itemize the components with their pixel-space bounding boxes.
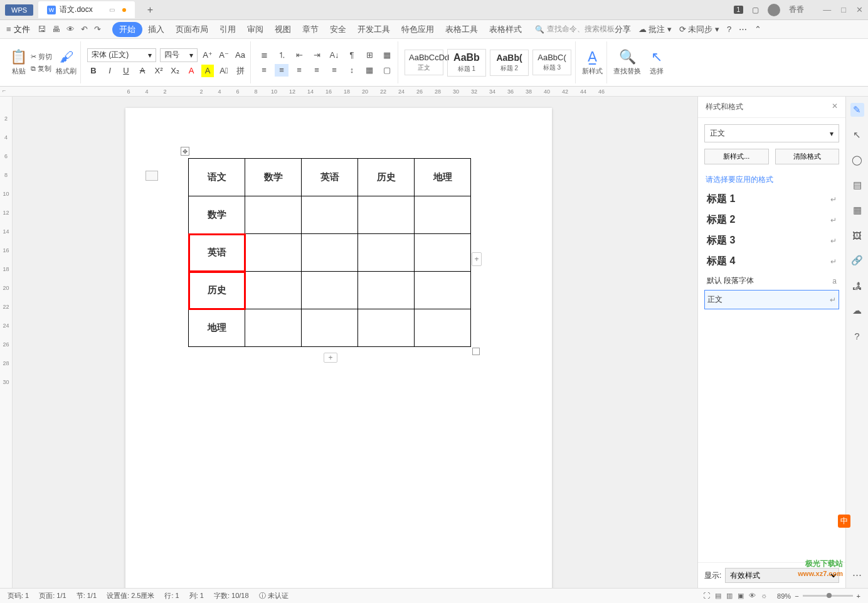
table-cell[interactable] bbox=[302, 234, 358, 272]
status-row[interactable]: 行: 1 bbox=[164, 591, 179, 600]
font-name-select[interactable]: 宋体 (正文)▾ bbox=[87, 48, 156, 62]
tabs-button[interactable]: ⊞ bbox=[363, 49, 376, 61]
ruler-vertical[interactable]: 24681012141618202224262830 bbox=[0, 97, 13, 588]
page[interactable]: ✥ 语文 数学 英语 历史 地理 数学 英语 bbox=[125, 108, 552, 588]
table-cell[interactable]: 地理 bbox=[415, 159, 471, 196]
show-marks-button[interactable]: ¶ bbox=[345, 49, 359, 61]
minimize-icon[interactable]: — bbox=[823, 5, 831, 14]
print-icon[interactable]: 🖶 bbox=[52, 24, 60, 34]
status-cert[interactable]: ⓘ 未认证 bbox=[259, 591, 288, 600]
table-add-row[interactable]: + bbox=[324, 353, 337, 363]
cloud-tool-icon[interactable]: ☁ bbox=[850, 304, 864, 318]
table-cell[interactable] bbox=[302, 309, 358, 347]
table-cell[interactable] bbox=[245, 234, 302, 272]
table-cell[interactable] bbox=[358, 196, 415, 234]
close-icon[interactable]: ✕ bbox=[856, 5, 863, 14]
char-border-button[interactable]: A⃞ bbox=[218, 65, 230, 77]
tab-mini-icon[interactable]: ▭ bbox=[109, 6, 115, 13]
align-center-button[interactable]: ≡ bbox=[275, 64, 288, 77]
table-cell[interactable] bbox=[358, 309, 415, 347]
strike-button[interactable]: A bbox=[136, 65, 149, 77]
find-replace-button[interactable]: 🔍查找替换 bbox=[613, 49, 641, 76]
app-logo[interactable]: WPS bbox=[5, 4, 33, 16]
link-tool-icon[interactable]: 🔗 bbox=[850, 253, 864, 267]
highlight-button[interactable]: A bbox=[201, 65, 214, 77]
bold-button[interactable]: B bbox=[87, 65, 100, 77]
table-row[interactable]: 历史 bbox=[189, 272, 471, 309]
current-style-select[interactable]: 正文▾ bbox=[704, 124, 839, 142]
table-cell[interactable] bbox=[245, 272, 302, 309]
table-tool-icon[interactable]: ▦ bbox=[850, 203, 864, 217]
ime-badge[interactable]: 中 bbox=[838, 515, 850, 528]
border-button[interactable]: ▢ bbox=[380, 64, 394, 77]
new-style-btn[interactable]: 新样式... bbox=[704, 149, 769, 164]
table-cell[interactable] bbox=[358, 272, 415, 309]
tab-view[interactable]: 视图 bbox=[269, 21, 297, 38]
status-page[interactable]: 页面: 1/1 bbox=[39, 591, 66, 600]
status-col[interactable]: 列: 1 bbox=[189, 591, 204, 600]
tab-special[interactable]: 特色应用 bbox=[396, 21, 440, 38]
line-spacing-button[interactable]: ↕ bbox=[345, 64, 359, 77]
table-cell[interactable] bbox=[415, 196, 471, 234]
style-item-body[interactable]: 正文↵ bbox=[704, 290, 839, 309]
document-viewport[interactable]: ✥ 语文 数学 英语 历史 地理 数学 英语 bbox=[13, 97, 697, 588]
ruler-horizontal[interactable]: ⌐ 64224681012141618202224262830323436384… bbox=[0, 87, 868, 97]
phonetic-button[interactable]: 拼 bbox=[234, 65, 246, 77]
tab-developer[interactable]: 开发工具 bbox=[352, 21, 396, 38]
menu-icon[interactable]: ≡ bbox=[6, 24, 11, 34]
justify-button[interactable]: ≡ bbox=[310, 64, 324, 77]
sort-button[interactable]: A↓ bbox=[327, 49, 341, 61]
collapse-icon[interactable]: ⌃ bbox=[754, 24, 761, 34]
align-left-button[interactable]: ≡ bbox=[257, 64, 271, 77]
view-print-icon[interactable]: ▤ bbox=[715, 592, 721, 600]
view-focus-icon[interactable]: ☼ bbox=[761, 592, 767, 600]
style-item-h3[interactable]: 标题 3↵ bbox=[704, 230, 839, 251]
table-cell[interactable] bbox=[358, 234, 415, 272]
status-setting[interactable]: 设置值: 2.5厘米 bbox=[107, 591, 154, 600]
panel-close-icon[interactable]: ✕ bbox=[832, 102, 838, 112]
skin-icon[interactable]: ▢ bbox=[752, 6, 759, 14]
preview-icon[interactable]: 👁 bbox=[66, 24, 75, 34]
table-cell[interactable] bbox=[245, 196, 302, 234]
zoom-in-icon[interactable]: + bbox=[857, 592, 860, 600]
tab-home[interactable]: 开始 bbox=[112, 22, 142, 37]
shading-button[interactable]: ▦ bbox=[363, 64, 376, 77]
share-button[interactable]: 分享 bbox=[615, 24, 631, 35]
doc-table[interactable]: 语文 数学 英语 历史 地理 数学 英语 历史 bbox=[188, 158, 471, 347]
style-item-h4[interactable]: 标题 4↵ bbox=[704, 251, 839, 272]
italic-button[interactable]: I bbox=[103, 65, 116, 77]
bullets-button[interactable]: ≣ bbox=[257, 49, 271, 61]
table-cell[interactable]: 英语 bbox=[302, 159, 358, 196]
decrease-font-icon[interactable]: A⁻ bbox=[218, 49, 230, 61]
table-row[interactable]: 地理 bbox=[189, 309, 471, 347]
select-tool-icon[interactable]: ↖ bbox=[850, 128, 864, 142]
styles-list[interactable]: 标题 1↵ 标题 2↵ 标题 3↵ 标题 4↵ 默认 段落字体a 正文↵ bbox=[698, 189, 845, 562]
superscript-button[interactable]: X² bbox=[152, 65, 165, 77]
table-cell[interactable]: 数学 bbox=[189, 196, 245, 234]
new-tab-button[interactable]: + bbox=[147, 4, 153, 16]
tab-sections[interactable]: 章节 bbox=[297, 21, 324, 38]
numbering-button[interactable]: ⒈ bbox=[275, 49, 288, 61]
tab-references[interactable]: 引用 bbox=[214, 21, 241, 38]
view-outline-icon[interactable]: ▥ bbox=[726, 592, 733, 600]
more-icon[interactable]: ⋯ bbox=[739, 24, 747, 34]
style-heading3[interactable]: AaBbC(标题 3 bbox=[532, 50, 571, 75]
distribute-button[interactable]: ≡ bbox=[327, 64, 341, 77]
view-web-icon[interactable]: ▣ bbox=[738, 592, 744, 600]
table-cell[interactable] bbox=[245, 309, 302, 347]
style-item-h2[interactable]: 标题 2↵ bbox=[704, 210, 839, 230]
save-icon[interactable]: 🖫 bbox=[38, 24, 46, 34]
increase-indent-button[interactable]: ⇥ bbox=[310, 49, 324, 61]
table-cell[interactable] bbox=[415, 234, 471, 272]
table-row[interactable]: 英语 bbox=[189, 234, 471, 272]
table-cell-highlighted[interactable]: 英语 bbox=[189, 234, 245, 272]
tab-security[interactable]: 安全 bbox=[324, 21, 352, 38]
tab-page-layout[interactable]: 页面布局 bbox=[170, 21, 214, 38]
copy-button[interactable]: ⧉ 复制 bbox=[31, 64, 52, 73]
tab-table-tools[interactable]: 表格工具 bbox=[440, 21, 484, 38]
view-fullscreen-icon[interactable]: ⛶ bbox=[703, 592, 710, 600]
clear-format-btn[interactable]: 清除格式 bbox=[775, 149, 840, 164]
tab-table-styles[interactable]: 表格样式 bbox=[484, 21, 527, 38]
notification-badge[interactable]: 1 bbox=[734, 6, 744, 14]
cut-button[interactable]: ✂ 剪切 bbox=[31, 52, 52, 61]
